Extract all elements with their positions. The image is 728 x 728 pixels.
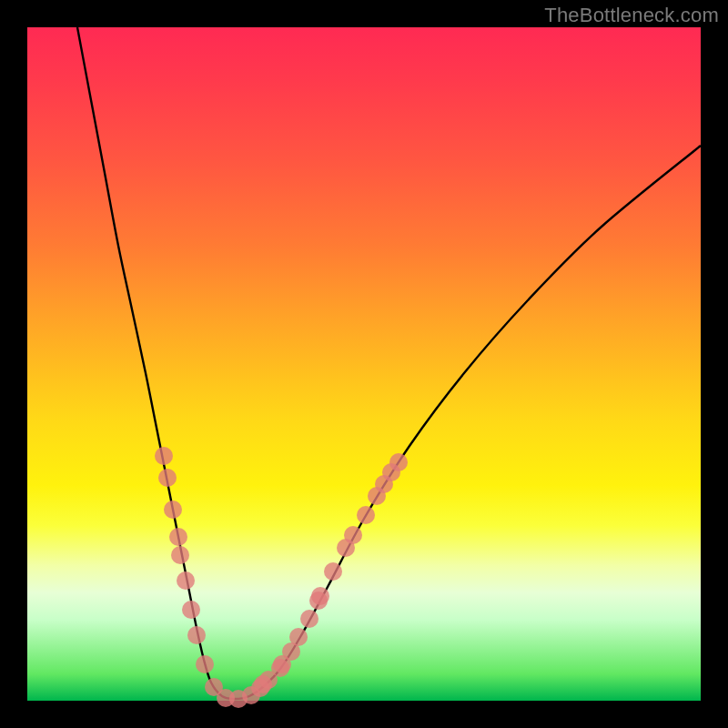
curve-marker (155, 447, 173, 465)
curve-marker (300, 610, 318, 628)
plot-frame (27, 27, 701, 701)
curve-marker (158, 469, 177, 487)
curve-marker (164, 500, 182, 519)
curve-marker (169, 528, 187, 546)
curve-marker (309, 592, 328, 610)
curve-marker (196, 655, 214, 673)
curve-marker (289, 628, 308, 646)
curve-marker (254, 675, 272, 693)
curve-marker (187, 626, 206, 644)
curve-marker (182, 601, 200, 619)
bottleneck-curve (77, 27, 701, 699)
plot-svg (27, 27, 701, 701)
watermark-text: TheBottleneck.com (544, 4, 719, 27)
curve-marker (324, 562, 342, 581)
curve-markers (155, 447, 408, 708)
curve-marker (177, 571, 195, 590)
curve-marker (344, 526, 362, 544)
curve-marker (357, 506, 375, 524)
curve-marker (273, 655, 291, 673)
curve-marker (389, 453, 408, 471)
curve-marker (171, 546, 189, 564)
